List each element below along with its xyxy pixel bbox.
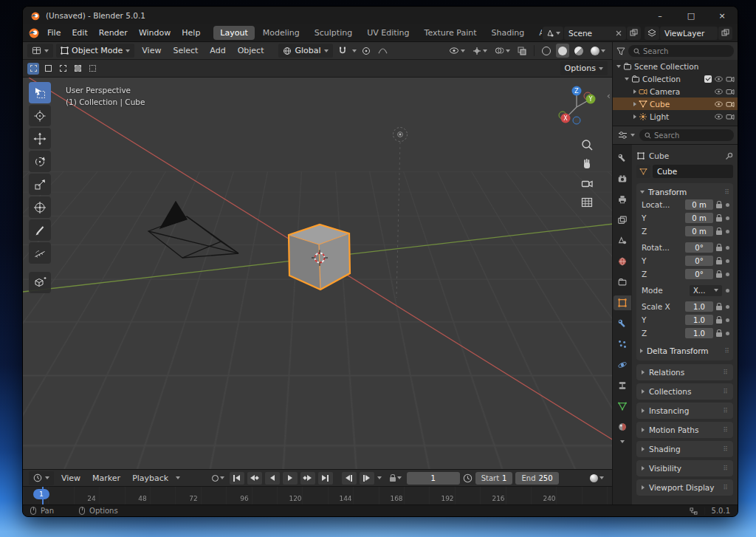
render-visibility-camera-icon[interactable] <box>726 88 735 95</box>
panel-grip-icon[interactable]: ⠿ <box>723 484 728 491</box>
animate-dot[interactable] <box>726 332 729 335</box>
shading-solid-button[interactable] <box>556 44 569 58</box>
overlays-dropdown[interactable] <box>492 44 512 58</box>
expander-icon[interactable] <box>616 65 621 68</box>
editor-type-button[interactable] <box>27 44 53 58</box>
close-button[interactable]: × <box>707 7 738 24</box>
axis-z-negative-ball[interactable] <box>573 117 580 124</box>
tab-sculpting[interactable]: Sculpting <box>308 26 359 40</box>
panel-grip-icon[interactable]: ⠿ <box>723 465 728 472</box>
menu-edit[interactable]: Edit <box>66 27 92 39</box>
menu-help[interactable]: Help <box>176 27 205 39</box>
panel-grip-icon[interactable]: ⠿ <box>724 347 729 355</box>
collection-checkbox[interactable] <box>704 75 712 83</box>
menu-add[interactable]: Add <box>205 44 230 57</box>
proportional-falloff-dropdown[interactable] <box>376 44 390 58</box>
breadcrumb-object-name[interactable]: Cube <box>649 151 669 160</box>
navigation-gizmo[interactable]: Z Y X <box>556 83 597 125</box>
panel-grip-icon[interactable]: ⠿ <box>723 369 728 376</box>
delta-transform-panel-header[interactable]: Delta Transform ⠿ <box>640 344 729 357</box>
tab-uv-editing[interactable]: UV Editing <box>360 26 416 40</box>
viewport-3d[interactable]: User Perspective (1) Collection | Cube <box>23 78 612 470</box>
tab-tool[interactable] <box>614 151 631 165</box>
menu-select[interactable]: Select <box>168 44 202 57</box>
tab-texture-paint[interactable]: Texture Paint <box>418 26 484 40</box>
animate-dot[interactable] <box>726 203 729 207</box>
snap-toggle[interactable] <box>336 44 349 58</box>
proportional-edit-toggle[interactable] <box>360 44 373 58</box>
outliner-row-cube[interactable]: Cube <box>613 98 738 110</box>
render-visibility-camera-icon[interactable] <box>726 100 735 108</box>
tab-output[interactable] <box>614 192 631 207</box>
lock-icon[interactable] <box>716 260 722 264</box>
expander-icon[interactable] <box>633 89 636 94</box>
network-status-icon[interactable] <box>690 507 698 515</box>
pan-hand-icon[interactable] <box>580 157 594 171</box>
collections-panel-header[interactable]: Collections⠿ <box>636 383 733 400</box>
filter-funnel-icon[interactable] <box>616 47 625 55</box>
prev-keyframe-button[interactable] <box>247 472 262 485</box>
lock-icon[interactable] <box>716 230 722 235</box>
cursor-tool[interactable] <box>29 105 51 126</box>
unlink-icon[interactable] <box>616 30 622 36</box>
scale-z-field[interactable]: 1.0 <box>685 328 713 338</box>
scene-copy-button[interactable] <box>627 27 641 40</box>
camera-object[interactable] <box>148 202 238 258</box>
outliner-row-light[interactable]: Light <box>613 110 738 123</box>
region-collapse-icon[interactable]: ‹ <box>607 92 611 100</box>
eye-icon[interactable] <box>714 75 724 83</box>
panel-grip-icon[interactable]: ⠿ <box>723 407 728 414</box>
tab-world[interactable] <box>614 254 631 269</box>
tab-particles[interactable] <box>614 337 631 352</box>
transform-tool[interactable] <box>29 196 51 218</box>
viewlayer-name-field[interactable]: ViewLayer <box>660 27 718 40</box>
zoom-icon[interactable] <box>580 138 594 151</box>
tab-render[interactable] <box>614 171 631 186</box>
animate-dot[interactable] <box>726 305 729 309</box>
scene-browse-button[interactable] <box>543 27 563 40</box>
timeline-editor-type-button[interactable] <box>29 471 54 485</box>
light-object[interactable] <box>394 128 408 298</box>
frame-step-back-button[interactable] <box>342 472 357 485</box>
lock-icon[interactable] <box>716 273 722 278</box>
properties-search-input[interactable]: Search <box>639 129 734 141</box>
shading-panel-header[interactable]: Shading⠿ <box>636 441 733 457</box>
tab-object-data[interactable] <box>614 399 631 414</box>
expander-icon[interactable] <box>625 78 629 81</box>
rotation-mode-dropdown[interactable]: X... <box>690 285 722 296</box>
eye-icon[interactable] <box>714 88 724 95</box>
add-cube-tool[interactable] <box>29 272 51 293</box>
lock-icon[interactable] <box>716 247 722 251</box>
motion-paths-panel-header[interactable]: Motion Paths⠿ <box>636 422 733 438</box>
select-mode-set-button[interactable] <box>27 63 39 75</box>
scale-y-field[interactable]: 1.0 <box>685 315 713 325</box>
playhead-badge[interactable]: 1 <box>33 489 49 499</box>
rotation-z-field[interactable]: 0° <box>685 269 713 279</box>
expander-icon[interactable] <box>633 114 636 119</box>
chevron-down-icon[interactable] <box>377 476 382 479</box>
options-dropdown[interactable]: Options <box>560 61 608 75</box>
menu-object[interactable]: Object <box>233 44 269 57</box>
panel-grip-icon[interactable]: ⠿ <box>724 188 729 196</box>
select-box-tool[interactable] <box>29 82 51 103</box>
mode-dropdown[interactable]: Object Mode <box>56 44 134 58</box>
location-z-field[interactable]: 0 m <box>685 226 713 236</box>
timeline-menu-view[interactable]: View <box>57 472 85 485</box>
tab-constraints[interactable] <box>614 378 631 393</box>
shading-wireframe-button[interactable] <box>540 44 553 58</box>
ortho-grid-icon[interactable] <box>580 196 594 209</box>
select-mode-extend-button[interactable] <box>42 63 54 75</box>
transform-panel-header[interactable]: Transform ⠿ <box>640 185 729 198</box>
lock-icon[interactable] <box>716 217 722 222</box>
timeline-menu-marker[interactable]: Marker <box>88 472 125 485</box>
scene-name-field[interactable]: Scene <box>564 27 626 40</box>
animate-dot[interactable] <box>726 216 729 220</box>
viewport-display-panel-header[interactable]: Viewport Display⠿ <box>636 479 733 496</box>
viewlayer-browse-button[interactable] <box>645 27 659 40</box>
scale-tool[interactable] <box>29 174 51 195</box>
play-button[interactable] <box>283 472 298 485</box>
properties-editor-type-button[interactable] <box>616 129 636 143</box>
playback-lock-button[interactable] <box>388 471 404 485</box>
location-x-field[interactable]: 0 m <box>685 199 713 210</box>
minimize-button[interactable]: – <box>645 7 676 24</box>
